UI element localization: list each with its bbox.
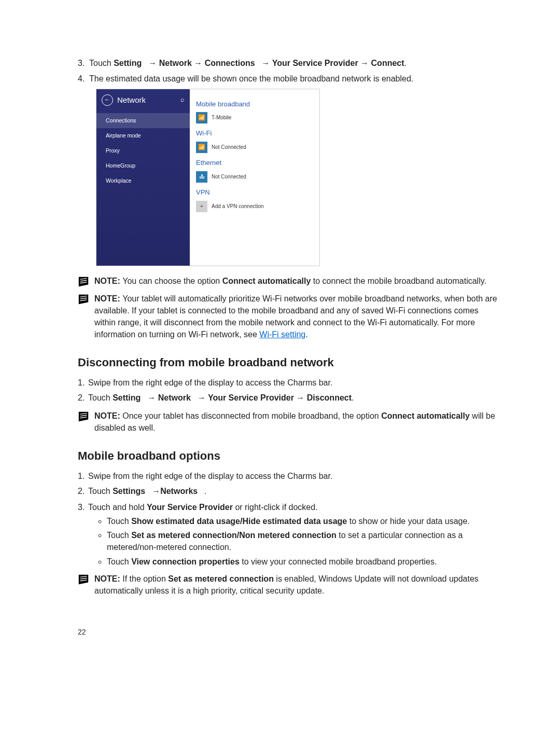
network-settings-screenshot: ← Network ⌕ Connections Airplane mode Pr…	[96, 89, 319, 266]
sidebar-item-connections[interactable]: Connections	[96, 113, 190, 128]
search-icon[interactable]: ⌕	[180, 95, 185, 105]
step-4: The estimated data usage will be shown o…	[89, 73, 500, 265]
page-number: 22	[78, 628, 500, 636]
sidebar-header: ← Network ⌕	[96, 89, 190, 113]
ethernet-tile-icon: 🖧	[196, 171, 207, 183]
sidebar-title: Network	[117, 94, 146, 106]
section-vpn: VPN	[196, 188, 313, 198]
note-1: NOTE: You can choose the option Connect …	[78, 275, 500, 287]
note-2: NOTE: Your tablet will automatically pri…	[78, 293, 500, 341]
sidebar-item-airplane[interactable]: Airplane mode	[96, 128, 190, 143]
content-panel: Mobile broadband 📶 T-Mobile Wi-Fi 📶 Not …	[190, 89, 319, 266]
ethernet-row[interactable]: 🖧 Not Connected	[196, 171, 313, 183]
note-icon	[78, 294, 89, 305]
opt-step-1: Swipe from the right edge of the display…	[88, 470, 500, 482]
instruction-list: Touch Setting → Network → Connections → …	[78, 57, 500, 266]
heading-mobile-options: Mobile broadband options	[78, 449, 500, 463]
section-mobile-broadband: Mobile broadband	[196, 100, 313, 109]
wifi-setting-link[interactable]: Wi-Fi setting	[259, 330, 305, 339]
section-wifi: Wi-Fi	[196, 129, 313, 139]
heading-disconnecting: Disconnecting from mobile broadband netw…	[78, 356, 500, 369]
wifi-tile-icon: 📶	[196, 142, 207, 153]
bullet-c: Touch View connection properties to view…	[107, 556, 500, 568]
note-icon	[78, 411, 89, 422]
sidebar: ← Network ⌕ Connections Airplane mode Pr…	[96, 89, 190, 266]
wifi-row[interactable]: 📶 Not Connected	[196, 142, 313, 153]
section-ethernet: Ethernet	[196, 158, 313, 168]
step-3: Touch Setting → Network → Connections → …	[89, 57, 500, 70]
bullet-a: Touch Show estimated data usage/Hide est…	[107, 515, 500, 527]
note-4: NOTE: If the option Set as metered conne…	[78, 573, 500, 597]
sidebar-item-workplace[interactable]: Workplace	[96, 173, 190, 188]
opt-step-3: Touch and hold Your Service Provider or …	[88, 501, 500, 568]
vpn-row[interactable]: + Add a VPN connection	[196, 201, 313, 212]
note-icon	[78, 574, 89, 585]
disconnect-list: Swipe from the right edge of the display…	[78, 377, 500, 405]
back-icon[interactable]: ←	[102, 94, 113, 106]
signal-tile-icon: 📶	[196, 112, 207, 123]
bullet-b: Touch Set as metered connection/Non mete…	[107, 529, 500, 553]
mobile-broadband-row[interactable]: 📶 T-Mobile	[196, 112, 313, 123]
options-list: Swipe from the right edge of the display…	[78, 470, 500, 567]
options-bullets: Touch Show estimated data usage/Hide est…	[88, 515, 500, 568]
add-vpn-icon: +	[196, 201, 207, 212]
disc-step-2: Touch Setting → Network → Your Service P…	[88, 392, 500, 404]
note-icon	[78, 276, 89, 287]
opt-step-2: Touch Settings →Networks .	[88, 485, 500, 498]
sidebar-item-homegroup[interactable]: HomeGroup	[96, 158, 190, 173]
disc-step-1: Swipe from the right edge of the display…	[88, 377, 500, 389]
note-3: NOTE: Once your tablet has disconnected …	[78, 410, 500, 434]
sidebar-item-proxy[interactable]: Proxy	[96, 143, 190, 158]
